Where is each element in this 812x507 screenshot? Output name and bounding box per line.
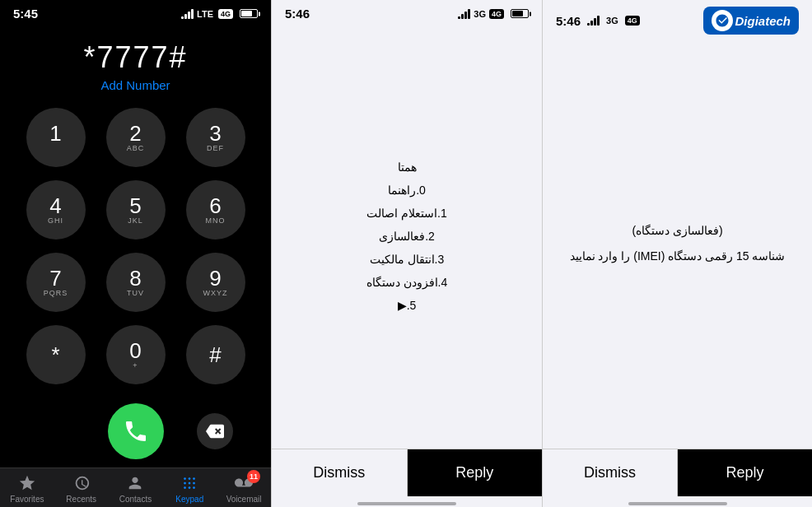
sms-line-6: 4.افزودن دستگاه — [366, 271, 448, 294]
key-0[interactable]: 0 + — [106, 325, 166, 384]
tab-keypad[interactable]: Keypad — [166, 473, 212, 504]
key-6-letters: MNO — [206, 216, 226, 226]
key-7[interactable]: 7 PQRS — [26, 253, 86, 312]
digiatech-signal-bars — [587, 16, 600, 26]
phone-dialer-panel: 5:45 LTE 4G *7777# Add Number 1 2 ABC — [0, 0, 271, 507]
key-5-letters: JKL — [128, 216, 143, 226]
keypad-icon — [180, 473, 199, 493]
key-4-letters: GHI — [48, 216, 63, 226]
key-0-num: 0 — [129, 340, 141, 361]
sms-content: همتا 0.راهنما 1.استعلام اصالت 2.فعالسازی… — [272, 24, 542, 449]
digiatech-home-bar — [628, 502, 727, 505]
key-star-num: * — [51, 344, 59, 365]
signal-bars-icon — [181, 9, 194, 19]
key-6[interactable]: 6 MNO — [186, 180, 245, 240]
tab-voicemail[interactable]: 11 Voicemail — [221, 473, 267, 504]
sms-status-time: 5:46 — [285, 7, 310, 21]
key-hash[interactable]: # — [186, 325, 245, 384]
digiatech-logo: Digiatech — [703, 7, 799, 35]
key-2[interactable]: 2 ABC — [106, 108, 166, 167]
add-number-link[interactable]: Add Number — [0, 78, 271, 105]
key-5-num: 5 — [129, 195, 141, 216]
call-button[interactable] — [108, 403, 164, 459]
key-8-letters: TUV — [127, 289, 144, 298]
digiatech-status-left: 5:46 3G 4G — [556, 14, 640, 28]
key-4-num: 4 — [49, 195, 61, 216]
sms-reply-button[interactable]: Reply — [408, 449, 543, 496]
key-7-num: 7 — [49, 267, 61, 289]
key-5[interactable]: 5 JKL — [106, 180, 166, 240]
sms-battery-icon — [511, 9, 529, 18]
sms-line-1: همتا — [366, 156, 448, 179]
sms-dismiss-button[interactable]: Dismiss — [272, 449, 408, 496]
lte-label: LTE — [197, 9, 213, 19]
sms-signal-bars — [458, 9, 470, 19]
key-1-letters — [54, 144, 58, 153]
sms-network-label: 3G — [474, 9, 486, 19]
svg-point-2 — [193, 477, 195, 480]
key-2-letters: ABC — [127, 144, 145, 153]
svg-point-4 — [189, 482, 191, 485]
digiatech-status-time: 5:46 — [556, 14, 581, 28]
sms-line-4: 2.فعالسازی — [366, 225, 448, 248]
backspace-icon — [206, 422, 224, 440]
svg-point-6 — [184, 486, 186, 489]
key-9-num: 9 — [209, 267, 221, 289]
tab-contacts[interactable]: Contacts — [112, 473, 158, 504]
key-8-num: 8 — [129, 267, 141, 289]
delete-button[interactable] — [197, 413, 233, 449]
key-3-letters: DEF — [207, 144, 224, 153]
tab-voicemail-label: Voicemail — [226, 495, 262, 504]
svg-point-8 — [193, 486, 195, 489]
voicemail-badge: 11 — [247, 470, 260, 483]
key-2-num: 2 — [129, 123, 141, 144]
svg-point-3 — [184, 482, 186, 485]
digiatech-content: (فعالسازی دستگاه) شناسه 15 رقمی دستگاه (… — [543, 38, 812, 449]
dialer-number-display: *7777# — [0, 24, 271, 78]
tab-favorites-label: Favorites — [10, 495, 44, 504]
sms-text: همتا 0.راهنما 1.استعلام اصالت 2.فعالسازی… — [366, 156, 448, 317]
sms-battery-fill — [512, 11, 523, 16]
keypad-grid: 1 2 ABC 3 DEF 4 GHI 5 JKL 6 MNO 7 PQRS 8 — [0, 105, 271, 387]
sms-status-bar: 5:46 3G 4G — [272, 0, 542, 24]
digiatech-home-indicator — [543, 503, 812, 507]
tab-keypad-label: Keypad — [175, 495, 203, 504]
digiatech-line2: شناسه 15 رقمی دستگاه (IMEI) را وارد نمای… — [570, 244, 786, 269]
key-1[interactable]: 1 — [26, 108, 86, 167]
key-7-letters: PQRS — [44, 289, 68, 298]
sms-line-3: 1.استعلام اصالت — [366, 202, 448, 225]
key-8[interactable]: 8 TUV — [106, 253, 166, 312]
sms-panel: 5:46 3G 4G همتا 0.راهنما 1.استعلام اصالت… — [271, 0, 542, 507]
star-icon — [17, 473, 37, 493]
tab-bar: Favorites Recents Contacts Keypad 11 — [0, 467, 271, 507]
key-9[interactable]: 9 WXYZ — [186, 253, 245, 312]
tab-favorites[interactable]: Favorites — [4, 473, 50, 504]
dialer-actions — [0, 387, 271, 467]
tab-recents[interactable]: Recents — [58, 473, 105, 504]
svg-point-5 — [193, 482, 195, 485]
key-star[interactable]: * — [26, 325, 86, 384]
digiatech-logo-text: Digiatech — [735, 14, 791, 28]
key-9-letters: WXYZ — [203, 289, 228, 298]
digiatech-reply-button[interactable]: Reply — [678, 449, 812, 496]
key-6-num: 6 — [209, 195, 221, 216]
clock-icon — [72, 473, 91, 493]
voicemail-icon: 11 — [234, 473, 254, 493]
digiatech-network-badge: 4G — [625, 16, 640, 26]
svg-point-0 — [184, 477, 186, 480]
home-indicator — [272, 503, 542, 507]
key-hash-num: # — [209, 344, 221, 365]
logo-circle — [712, 10, 733, 31]
digiatech-panel: 5:46 3G 4G Digiatech — [542, 0, 812, 507]
key-3[interactable]: 3 DEF — [186, 108, 245, 167]
status-bar: 5:45 LTE 4G — [0, 0, 271, 24]
key-3-num: 3 — [209, 123, 221, 144]
status-time: 5:45 — [13, 7, 38, 21]
person-icon — [125, 473, 145, 493]
tab-recents-label: Recents — [66, 495, 96, 504]
digiatech-dismiss-button[interactable]: Dismiss — [543, 449, 678, 496]
key-4[interactable]: 4 GHI — [26, 180, 86, 240]
phone-icon — [123, 418, 149, 444]
svg-point-1 — [189, 477, 191, 480]
sms-line-7: 5.▶ — [366, 294, 448, 317]
